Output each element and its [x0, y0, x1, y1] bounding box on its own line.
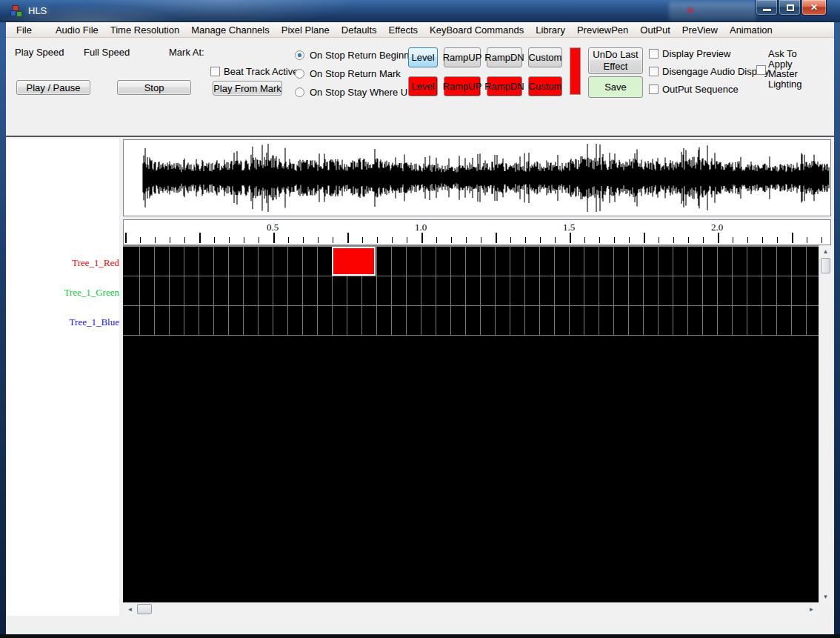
menu-item-effects[interactable]: Effects	[383, 23, 424, 37]
menu-item-pixel-plane[interactable]: Pixel Plane	[276, 23, 336, 37]
maximize-icon	[787, 4, 794, 11]
horizontal-scrollbar[interactable]: ◄ ►	[123, 602, 819, 617]
menu-item-preview[interactable]: PreView	[676, 23, 724, 37]
ruler-tick	[244, 237, 244, 243]
effect-level-red-button[interactable]: Level	[408, 76, 438, 96]
maximize-button[interactable]	[779, 0, 801, 16]
save-button[interactable]: Save	[588, 76, 643, 98]
play-pause-button[interactable]: Play / Pause	[16, 80, 90, 95]
background-window-icon	[687, 7, 693, 13]
menu-item-file[interactable]: File	[10, 23, 38, 37]
scroll-up-icon[interactable]: ▲	[819, 245, 832, 257]
channel-label-tree-1-blue[interactable]: Tree_1_Blue	[7, 316, 120, 328]
ruler-tick	[807, 237, 807, 243]
window-border-left	[0, 22, 6, 634]
undo-last-effect-button[interactable]: UnDo Last Effect	[588, 47, 643, 74]
ruler-tick	[718, 233, 719, 243]
checkbox-display-preview[interactable]: Display Preview	[649, 48, 730, 59]
vertical-scrollbar-thumb[interactable]	[821, 258, 830, 273]
menu-item-output[interactable]: OutPut	[634, 23, 676, 37]
mark-at-label: Mark At:	[169, 47, 204, 58]
checkbox-disengage-audio-display-box[interactable]	[649, 67, 659, 76]
ruler-label-2-0: 2.0	[711, 222, 723, 233]
checkbox-disengage-audio-display[interactable]: Disengage Audio Display	[649, 66, 770, 77]
radio-on-stop-stay-where-u-r[interactable]: On Stop Stay Where U R	[295, 87, 422, 98]
current-color-swatch[interactable]	[570, 47, 581, 95]
beat-track-active-checkbox[interactable]: Beat Track Active	[210, 66, 298, 77]
ask-master-checkbox-box[interactable]	[756, 65, 766, 75]
effect-rampdn-red-button[interactable]: RampDN	[487, 76, 522, 96]
title-bar: HLS ✕	[0, 0, 840, 22]
ruler-tick	[777, 237, 778, 243]
ruler-label-0-5: 0.5	[267, 222, 279, 233]
time-ruler[interactable]: 0.51.01.52.0	[123, 219, 831, 245]
checkbox-display-preview-box[interactable]	[649, 49, 659, 59]
grid-row-tree-1-blue[interactable]	[123, 306, 819, 336]
menu-item-audio-file[interactable]: Audio File	[50, 23, 104, 37]
effect-rampup-red-button[interactable]: RampUP	[444, 76, 481, 96]
menu-item-defaults[interactable]: Defaults	[336, 23, 383, 37]
radio-on-stop-stay-where-u-r-label: On Stop Stay Where U R	[310, 87, 417, 98]
scroll-right-icon[interactable]: ►	[806, 603, 817, 616]
menu-item-animation[interactable]: Animation	[724, 23, 779, 37]
channel-label-tree-1-red[interactable]: Tree_1_Red	[7, 257, 120, 269]
ask-master-line: Master	[768, 69, 802, 79]
channel-grid[interactable]	[123, 245, 819, 602]
radio-on-stop-return-beginning[interactable]: On Stop Return Beginning	[295, 50, 422, 61]
horizontal-scrollbar-thumb[interactable]	[137, 604, 152, 614]
window-border-right	[834, 22, 840, 634]
ruler-tick	[629, 237, 630, 243]
effect-rampup-button[interactable]: RampUP	[444, 47, 481, 67]
ruler-tick	[555, 237, 556, 243]
scrollbar-corner	[819, 602, 831, 617]
ruler-tick	[229, 237, 230, 243]
minimize-button[interactable]	[756, 0, 778, 16]
ruler-tick	[362, 237, 363, 243]
menu-item-library[interactable]: Library	[530, 23, 571, 37]
ruler-label-1-5: 1.5	[563, 222, 575, 233]
checkbox-output-sequence-box[interactable]	[649, 84, 659, 94]
ruler-tick	[570, 233, 571, 243]
effect-rampdn-button[interactable]: RampDN	[487, 47, 522, 67]
effect-buttons-row-top: LevelRampUPRampDNCustom	[408, 47, 562, 67]
grid-row-tree-1-green[interactable]	[123, 276, 819, 306]
effect-custom-button[interactable]: Custom	[528, 47, 562, 67]
checkbox-display-preview-label: Display Preview	[662, 48, 730, 59]
play-from-mark-button[interactable]: Play From Mark	[213, 81, 282, 96]
ask-master-line: Ask To	[768, 49, 802, 59]
radio-on-stop-return-beginning-icon[interactable]	[295, 50, 304, 60]
beat-track-checkbox-box[interactable]	[210, 67, 220, 76]
ask-master-line: Lighting	[768, 79, 802, 90]
scroll-left-icon[interactable]: ◄	[124, 603, 136, 616]
menu-item-keyboard-commands[interactable]: KeyBoard Commands	[424, 23, 530, 37]
scroll-down-icon[interactable]: ▼	[819, 591, 832, 602]
effect-level-button[interactable]: Level	[408, 47, 438, 67]
vertical-scrollbar[interactable]: ▲ ▼	[819, 245, 831, 602]
ruler-tick	[762, 237, 763, 243]
ruler-tick	[584, 237, 585, 243]
ask-to-apply-master-lighting-label: Ask ToApplyMasterLighting	[768, 49, 802, 89]
effect-custom-red-button[interactable]: Custom	[528, 76, 562, 96]
ask-master-line: Apply	[768, 59, 802, 70]
audio-waveform-panel[interactable]	[123, 139, 831, 216]
grid-row-tree-1-red[interactable]	[123, 247, 819, 276]
radio-on-stop-return-mark-icon[interactable]	[295, 69, 304, 79]
stop-button[interactable]: Stop	[117, 80, 191, 95]
channel-label-tree-1-green[interactable]: Tree_1_Green	[7, 287, 120, 299]
ruler-tick	[184, 237, 185, 243]
ruler-tick	[614, 237, 615, 243]
close-button[interactable]: ✕	[801, 0, 827, 16]
ruler-tick	[540, 237, 541, 243]
ruler-tick	[673, 237, 674, 243]
ask-to-apply-master-lighting-checkbox[interactable]	[756, 65, 766, 75]
ruler-tick	[170, 237, 170, 243]
active-effect-cell[interactable]	[332, 247, 376, 276]
minimize-icon	[763, 9, 771, 11]
menu-item-manage-channels[interactable]: Manage Channels	[185, 23, 276, 37]
radio-on-stop-return-mark-label: On Stop Return Mark	[310, 68, 401, 79]
radio-on-stop-return-mark[interactable]: On Stop Return Mark	[295, 68, 422, 79]
checkbox-output-sequence[interactable]: OutPut Sequence	[649, 84, 739, 95]
menu-item-previewpen[interactable]: PreviewPen	[571, 23, 634, 37]
menu-item-time-resolution[interactable]: Time Resolution	[104, 23, 185, 37]
radio-on-stop-stay-where-u-r-icon[interactable]	[295, 87, 304, 97]
